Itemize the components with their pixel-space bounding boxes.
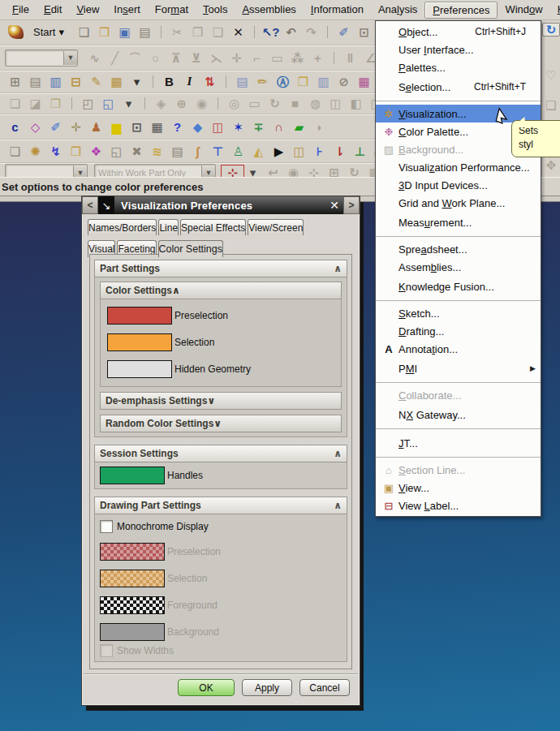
menu-item[interactable]: NX Gateway... bbox=[376, 404, 541, 429]
line-icon[interactable]: ╱ bbox=[105, 52, 125, 64]
grid-icon[interactable]: ▦ bbox=[106, 75, 127, 88]
menu-item[interactable]: User Interface... bbox=[376, 41, 541, 58]
menubar-item[interactable]: Information bbox=[304, 2, 371, 19]
grid-display-icon[interactable]: ▦ bbox=[147, 121, 167, 133]
copy-icon[interactable]: ❐ bbox=[187, 26, 208, 38]
half-sphere-icon[interactable]: ◗ bbox=[309, 121, 330, 133]
shaded-icon[interactable]: ◍ bbox=[305, 97, 325, 110]
datum-plane-icon[interactable]: ✶ bbox=[228, 121, 248, 133]
table-columns-icon[interactable]: ▥ bbox=[45, 75, 66, 88]
menu-item[interactable]: ⊟ View Label... bbox=[376, 497, 541, 514]
import-view-icon[interactable]: ◱ bbox=[98, 97, 118, 110]
section-icon[interactable]: ▭ bbox=[244, 97, 265, 110]
view-corner-icon[interactable]: ◰ bbox=[71, 97, 98, 110]
pocket-icon[interactable]: ▆ bbox=[106, 121, 127, 133]
profile-icon[interactable]: ⌐ bbox=[247, 52, 267, 64]
sort-az-icon[interactable]: ⇅ bbox=[200, 75, 220, 88]
edit-cell-icon[interactable]: ✎ bbox=[86, 75, 106, 88]
snapshot-icon[interactable]: ⊡ bbox=[354, 26, 374, 38]
constraint-icon[interactable]: ∓ bbox=[248, 121, 269, 133]
close-sketch-icon[interactable]: ✖ bbox=[127, 145, 147, 157]
trim-icon[interactable]: ⋋ bbox=[206, 52, 226, 64]
color-swatch[interactable] bbox=[107, 360, 172, 378]
facet-icon[interactable]: ◈ bbox=[144, 97, 171, 110]
dialog-back-button[interactable]: < bbox=[82, 196, 98, 214]
menu-item[interactable]: ▣ View... bbox=[376, 479, 541, 497]
italic-icon[interactable]: I bbox=[179, 75, 200, 88]
burst-icon[interactable]: ✺ bbox=[25, 145, 45, 157]
fillet-icon[interactable]: ⊼ bbox=[166, 52, 186, 64]
menu-item[interactable]: Assemblies... bbox=[376, 258, 541, 276]
figure-icon[interactable]: ♙ bbox=[228, 145, 248, 157]
curve-analysis-icon[interactable]: c bbox=[5, 121, 25, 133]
book-icon[interactable]: ◫ bbox=[208, 121, 228, 133]
cell-shade-icon[interactable]: ▦ bbox=[354, 75, 374, 88]
open-table-icon[interactable]: ❒ bbox=[293, 75, 313, 88]
sketch-icon[interactable]: ✐ bbox=[45, 121, 66, 133]
sketch-name-combo[interactable]: ▼ bbox=[5, 49, 78, 67]
expand-icon[interactable]: ∨ bbox=[207, 395, 215, 406]
menu-item[interactable]: Measurement... bbox=[376, 212, 541, 237]
menubar-item[interactable]: Insert bbox=[106, 2, 148, 19]
move-icon[interactable]: ✥ bbox=[543, 159, 559, 171]
dialog-titlebar[interactable]: < ↘ Visualization Preferences ✕ > bbox=[82, 196, 360, 214]
dialog-forward-button[interactable]: > bbox=[343, 196, 360, 214]
menu-item[interactable]: PMI ▶ bbox=[376, 358, 541, 383]
corner-icon[interactable]: ◱ bbox=[106, 145, 127, 157]
menu-item[interactable]: Grid and Work Plane... bbox=[376, 194, 541, 212]
rectangle-icon[interactable]: ▭ bbox=[267, 52, 287, 64]
datum-axis-icon[interactable]: ⊤ bbox=[208, 145, 228, 157]
chevron-down-icon[interactable]: ▼ bbox=[63, 51, 77, 65]
menubar-item[interactable]: Window bbox=[498, 2, 549, 19]
drop-icon[interactable]: ⇂ bbox=[330, 145, 350, 157]
layer-settings-icon[interactable]: ▤ bbox=[167, 145, 187, 157]
zigzag-icon[interactable]: ↯ bbox=[45, 145, 66, 157]
menu-item[interactable]: Spreadsheet... bbox=[376, 240, 541, 258]
favorites-icon[interactable]: ♡ bbox=[543, 69, 559, 81]
bold-icon[interactable]: B bbox=[153, 75, 179, 88]
plus-icon[interactable]: + bbox=[308, 52, 328, 64]
dialog-tab[interactable]: Line bbox=[158, 219, 179, 235]
ok-button[interactable]: OK bbox=[178, 679, 235, 696]
clip-icon[interactable]: ❑ bbox=[543, 99, 559, 111]
wave-link-icon[interactable]: ≋ bbox=[147, 145, 167, 157]
cancel-button[interactable]: Cancel bbox=[299, 679, 350, 696]
menubar-item[interactable]: View bbox=[69, 2, 106, 19]
new-part-icon[interactable]: ❏ bbox=[74, 26, 94, 38]
green-folder-icon[interactable]: ▰ bbox=[289, 121, 309, 133]
dialog-tab[interactable]: View/Screen bbox=[248, 219, 304, 235]
no-fill-icon[interactable]: ⊘ bbox=[334, 75, 354, 88]
cut-icon[interactable]: ✂ bbox=[161, 26, 187, 38]
sheet-icon[interactable]: ◪ bbox=[25, 97, 45, 110]
menu-item[interactable]: ⌂ Section Line... bbox=[376, 461, 541, 479]
edit-annotation-icon[interactable]: ✏ bbox=[252, 75, 273, 88]
circle-ref-icon[interactable]: ◎ bbox=[218, 97, 244, 110]
table-icon[interactable]: ⊞ bbox=[5, 75, 25, 88]
menu-item[interactable]: 3D Input Devices... bbox=[376, 176, 541, 194]
open-sheet-icon[interactable]: ❒ bbox=[45, 97, 66, 110]
measure-icon[interactable]: ✐ bbox=[327, 26, 354, 38]
mannequin-icon[interactable]: ♟ bbox=[86, 121, 106, 133]
session-settings-header[interactable]: Session Settings ∧ bbox=[94, 445, 347, 462]
point-icon[interactable]: ✛ bbox=[226, 52, 247, 64]
shaded-view-icon[interactable]: ◆ bbox=[187, 121, 208, 133]
show-widths-checkbox[interactable] bbox=[100, 644, 113, 657]
menu-item[interactable]: Object... Ctrl+Shift+J bbox=[376, 23, 541, 41]
save-icon[interactable]: ▣ bbox=[114, 26, 135, 38]
open-icon[interactable]: ❒ bbox=[94, 26, 114, 38]
split-body-icon[interactable]: ◫ bbox=[325, 97, 346, 110]
expand-icon[interactable]: ∨ bbox=[213, 418, 222, 429]
color-swatch[interactable] bbox=[107, 333, 172, 351]
auto-text-icon[interactable]: Ⓐ bbox=[273, 75, 293, 88]
undo-icon[interactable]: ↶ bbox=[281, 26, 301, 38]
menubar-item[interactable]: Assemblies bbox=[235, 2, 303, 19]
cube-icon[interactable]: ◇ bbox=[25, 121, 45, 133]
new-sheet-icon[interactable]: ❏ bbox=[5, 97, 25, 110]
add-component-icon[interactable]: ⊕ bbox=[171, 97, 192, 110]
color-swatch[interactable] bbox=[107, 307, 172, 325]
integral-icon[interactable]: ∫ bbox=[187, 145, 208, 157]
menubar-item[interactable]: Preferences bbox=[424, 2, 498, 19]
half-section-icon[interactable]: ◧ bbox=[346, 97, 366, 110]
target-icon[interactable]: ◉ bbox=[192, 97, 212, 110]
menu-item[interactable]: Sketch... bbox=[376, 304, 541, 322]
